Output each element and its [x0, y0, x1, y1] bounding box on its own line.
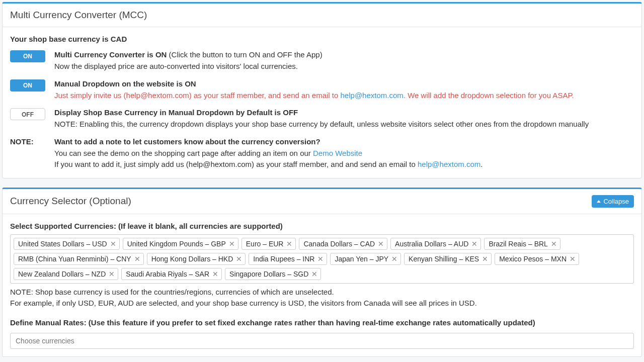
currency-tag[interactable]: Euro – EUR✕: [242, 238, 296, 250]
remove-icon[interactable]: ✕: [551, 240, 557, 247]
currency-tag[interactable]: Japan Yen – JPY✕: [330, 253, 401, 265]
help-email-link[interactable]: help@hextom.com: [341, 91, 404, 100]
remove-icon[interactable]: ✕: [229, 240, 235, 247]
currency-tag-label: Kenyan Shilling – KES: [409, 255, 479, 263]
currency-tag-label: Singapore Dollars – SGD: [229, 270, 308, 278]
panel-header: Multi Currency Converter (MCC): [3, 4, 641, 27]
currency-tag-label: United States Dollars – USD: [18, 240, 107, 248]
currency-tag[interactable]: Saudi Arabia Riyals – SAR✕: [121, 268, 222, 280]
currency-tag-label: Canada Dollars – CAD: [303, 240, 375, 248]
currency-tag-label: Australia Dollars – AUD: [395, 240, 468, 248]
help-email-link-2[interactable]: help@hextom.com: [418, 160, 480, 168]
remove-icon[interactable]: ✕: [109, 270, 115, 278]
panel-body: Select Supported Currencies: (If leave i…: [3, 214, 641, 356]
currency-tag[interactable]: Singapore Dollars – SGD✕: [225, 268, 321, 280]
select-currencies-label: Select Supported Currencies: (If leave i…: [10, 222, 634, 230]
remove-icon[interactable]: ✕: [134, 255, 140, 262]
currency-tag[interactable]: Mexico Pesos – MXN✕: [495, 253, 579, 265]
currency-hint-1: NOTE: Shop base currency is used for the…: [10, 287, 634, 298]
currency-tag[interactable]: Brazil Reais – BRL✕: [484, 238, 560, 250]
currency-tag-label: Hong Kong Dollars – HKD: [151, 255, 233, 263]
remove-icon[interactable]: ✕: [311, 270, 317, 278]
currency-selector-panel: Currency Selector (Optional) Collapse Se…: [2, 188, 642, 357]
currency-tag-label: RMB (China Yuan Renminbi) – CNY: [18, 255, 131, 263]
setting-display-base: OFF Display Shop Base Currency in Manual…: [10, 108, 634, 130]
panel-title: Currency Selector (Optional): [10, 196, 131, 207]
manual-rates-label: Define Manual Rates: (Use this feature i…: [10, 318, 634, 327]
currency-tag-label: Japan Yen – JPY: [335, 255, 388, 263]
dropdown-desc: Just simply invite us (help@hextom.com) …: [54, 90, 634, 102]
chevron-up-icon: [597, 200, 601, 203]
remove-icon[interactable]: ✕: [391, 255, 397, 262]
remove-icon[interactable]: ✕: [236, 255, 242, 262]
base-currency-text: Your shop base currency is CAD: [10, 35, 634, 43]
panel-body: Your shop base currency is CAD ON Multi …: [3, 27, 641, 178]
currency-tag[interactable]: United Kingdom Pounds – GBP✕: [123, 238, 238, 250]
remove-icon[interactable]: ✕: [212, 270, 218, 278]
note-title: Want to add a note to let customers know…: [54, 137, 634, 146]
manual-rates-input[interactable]: [10, 333, 634, 349]
mcc-panel: Multi Currency Converter (MCC) Your shop…: [2, 2, 642, 178]
currency-tag[interactable]: United States Dollars – USD✕: [14, 238, 120, 250]
currency-tag-label: Euro – EUR: [246, 240, 284, 248]
remove-icon[interactable]: ✕: [570, 255, 576, 262]
demo-website-link[interactable]: Demo Website: [313, 149, 362, 157]
currency-tag-label: Saudi Arabia Riyals – SAR: [126, 270, 209, 278]
display-base-title: Display Shop Base Currency in Manual Dro…: [54, 108, 634, 117]
converter-toggle[interactable]: ON: [10, 50, 45, 62]
collapse-button[interactable]: Collapse: [592, 195, 634, 208]
note-label: NOTE:: [10, 137, 46, 146]
display-base-toggle[interactable]: OFF: [10, 108, 45, 120]
remove-icon[interactable]: ✕: [286, 240, 292, 247]
dropdown-toggle[interactable]: ON: [10, 79, 45, 92]
setting-dropdown: ON Manual Dropdown on the website is ON …: [10, 79, 634, 102]
currency-tag-label: New Zealand Dollars – NZD: [18, 270, 106, 278]
remove-icon[interactable]: ✕: [378, 240, 384, 247]
converter-title: Multi Currency Converter is ON (Click th…: [54, 50, 634, 59]
remove-icon[interactable]: ✕: [110, 240, 116, 247]
currency-tag[interactable]: RMB (China Yuan Renminbi) – CNY✕: [14, 253, 144, 265]
currency-tag[interactable]: India Rupees – INR✕: [249, 253, 327, 265]
converter-desc: Now the displayed price are auto-convert…: [54, 61, 634, 72]
panel-header: Currency Selector (Optional) Collapse: [3, 189, 641, 214]
remove-icon[interactable]: ✕: [482, 255, 488, 262]
remove-icon[interactable]: ✕: [471, 240, 477, 247]
currency-tag-input[interactable]: United States Dollars – USD✕United Kingd…: [10, 234, 634, 284]
currency-tag-label: India Rupees – INR: [253, 255, 314, 263]
note-line1: You can see the demo on the shopping car…: [54, 148, 634, 159]
display-base-desc: NOTE: Enabling this, the currency dropdo…: [54, 119, 634, 130]
remove-icon[interactable]: ✕: [317, 255, 324, 262]
currency-tag[interactable]: New Zealand Dollars – NZD✕: [14, 268, 118, 280]
currency-tag-label: Brazil Reais – BRL: [489, 240, 548, 248]
currency-tag[interactable]: Hong Kong Dollars – HKD✕: [147, 253, 246, 265]
currency-tag-label: United Kingdom Pounds – GBP: [127, 240, 226, 248]
note-line2: If you want to add it, just simply add u…: [54, 159, 634, 170]
setting-note: NOTE: Want to add a note to let customer…: [10, 137, 634, 170]
currency-tag-label: Mexico Pesos – MXN: [499, 255, 567, 263]
setting-converter: ON Multi Currency Converter is ON (Click…: [10, 50, 634, 72]
currency-tag[interactable]: Canada Dollars – CAD✕: [299, 238, 387, 250]
panel-title: Multi Currency Converter (MCC): [10, 10, 147, 21]
dropdown-title: Manual Dropdown on the website is ON: [54, 79, 634, 88]
currency-tag[interactable]: Kenyan Shilling – KES✕: [404, 253, 492, 265]
currency-tag[interactable]: Australia Dollars – AUD✕: [390, 238, 481, 250]
currency-hint-2: For example, if only USD, EUR, AUD are s…: [10, 298, 634, 309]
